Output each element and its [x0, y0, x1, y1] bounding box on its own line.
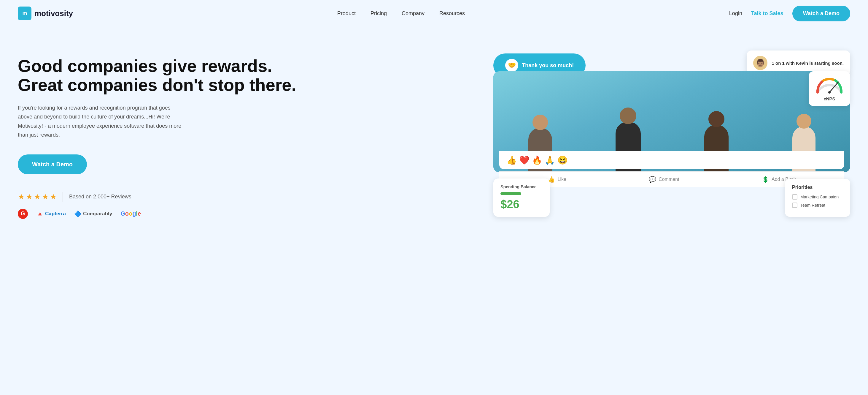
- emoji-pray: 🙏: [545, 155, 555, 165]
- enps-card: eNPS: [809, 71, 850, 106]
- priority-item-2: Team Retreat: [792, 202, 843, 208]
- priorities-title: Priorities: [792, 185, 843, 190]
- priority-check-2: [792, 202, 797, 208]
- like-action[interactable]: 👍 Like: [548, 176, 566, 183]
- spending-amount: $26: [500, 198, 542, 211]
- svg-text:m: m: [22, 10, 27, 16]
- emoji-fire: 🔥: [532, 155, 542, 165]
- emoji-thumbs: 👍: [506, 155, 517, 165]
- thankyou-text: Thank you so much!: [522, 62, 574, 68]
- spending-card: Spending Balance $26: [493, 178, 550, 217]
- star-5: ★: [50, 192, 57, 201]
- talk-to-sales-link[interactable]: Talk to Sales: [751, 10, 783, 17]
- google-logo: Google: [120, 210, 141, 217]
- heart-icon: 🤝: [505, 59, 518, 72]
- hero-subtitle: If you're looking for a rewards and reco…: [18, 103, 184, 140]
- hero-title-line1: Good companies give rewards.: [18, 56, 272, 76]
- priority-item-1: Marketing Campaign: [792, 194, 843, 200]
- hero-title-line2: Great companies don't stop there.: [18, 75, 297, 94]
- reviews-row: ★ ★ ★ ★ ★ Based on 2,000+ Reviews: [18, 192, 475, 202]
- comparably-logo: 🔷 Comparably: [74, 210, 112, 217]
- spending-bar: [500, 192, 521, 195]
- reaction-bar: 👍 ❤️ 🔥 🙏 😆: [499, 151, 844, 169]
- emoji-heart: ❤️: [519, 155, 529, 165]
- comment-action[interactable]: 💬 Comment: [649, 176, 679, 183]
- capterra-text: Capterra: [45, 211, 66, 217]
- divider: [63, 192, 63, 202]
- login-link[interactable]: Login: [729, 10, 742, 17]
- enps-label: eNPS: [815, 96, 844, 101]
- hero-right: 🤝 Thank you so much! 👨🏽 1 on 1 with Kevi…: [487, 45, 850, 223]
- priorities-card: Priorities Marketing Campaign Team Retre…: [785, 179, 850, 217]
- avatar: 👨🏽: [753, 56, 768, 70]
- dollar-icon: 💲: [762, 176, 769, 183]
- meeting-text: 1 on 1 with Kevin is starting soon.: [772, 60, 844, 66]
- hero-left: Good companies give rewards. Great compa…: [18, 45, 475, 219]
- star-rating: ★ ★ ★ ★ ★: [18, 192, 57, 201]
- priority-text-1: Marketing Campaign: [800, 195, 839, 199]
- gauge-svg: [815, 76, 844, 94]
- nav-actions: Login Talk to Sales Watch a Demo: [729, 6, 850, 21]
- nav-company[interactable]: Company: [402, 10, 425, 17]
- nav-watch-demo-button[interactable]: Watch a Demo: [793, 6, 850, 21]
- brand-logos: G 🔺 Capterra 🔷 Comparably Google: [18, 209, 475, 219]
- priority-check-1: [792, 194, 797, 200]
- star-3: ★: [34, 192, 41, 201]
- hero-watch-demo-button[interactable]: Watch a Demo: [18, 154, 87, 174]
- star-4: ★: [42, 192, 49, 201]
- comment-icon: 💬: [649, 176, 656, 183]
- nav-resources[interactable]: Resources: [439, 10, 465, 17]
- capterra-logo: 🔺 Capterra: [36, 210, 66, 217]
- reviews-text: Based on 2,000+ Reviews: [69, 194, 131, 200]
- like-label: Like: [557, 177, 566, 182]
- hero-section: Good companies give rewards. Great compa…: [0, 27, 868, 395]
- logo-icon: m: [18, 6, 31, 20]
- nav-pricing[interactable]: Pricing: [371, 10, 387, 17]
- svg-point-3: [828, 91, 831, 93]
- priority-text-2: Team Retreat: [800, 203, 825, 207]
- g2-logo: G: [18, 209, 28, 219]
- gauge-container: [815, 76, 844, 94]
- comparably-text: Comparably: [83, 211, 112, 217]
- star-2: ★: [26, 192, 33, 201]
- star-1: ★: [18, 192, 25, 201]
- spending-label: Spending Balance: [500, 185, 542, 189]
- logo-text: motivosity: [34, 9, 73, 18]
- hero-title: Good companies give rewards. Great compa…: [18, 56, 475, 94]
- comment-label: Comment: [658, 177, 679, 182]
- navbar: m motivosity Product Pricing Company Res…: [0, 0, 868, 27]
- nav-product[interactable]: Product: [337, 10, 356, 17]
- logo[interactable]: m motivosity: [18, 6, 73, 20]
- emoji-laugh: 😆: [557, 155, 568, 165]
- mockup-container: 🤝 Thank you so much! 👨🏽 1 on 1 with Kevi…: [487, 45, 850, 223]
- nav-links: Product Pricing Company Resources: [337, 10, 465, 17]
